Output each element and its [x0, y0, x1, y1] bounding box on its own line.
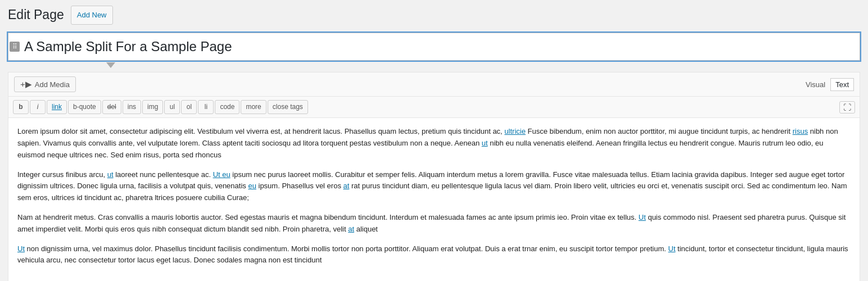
link-ut-3[interactable]: Ut — [639, 213, 646, 221]
content-paragraph-2: Integer cursus finibus arcu, ut laoreet … — [17, 169, 851, 204]
page-title: Edit Page — [8, 7, 64, 24]
add-new-button[interactable]: Add New — [71, 6, 113, 25]
toolbar-ul[interactable]: ul — [164, 100, 180, 114]
toolbar-italic[interactable]: i — [30, 100, 46, 114]
title-input-wrap — [8, 33, 860, 61]
toolbar-bold[interactable]: b — [13, 100, 29, 114]
link-ut-4[interactable]: Ut — [17, 244, 25, 253]
editor-area: +▶ Add Media Visual Text b i link b-quot… — [8, 72, 860, 281]
add-media-button[interactable]: +▶ Add Media — [14, 76, 76, 92]
toolbar-img[interactable]: img — [142, 100, 163, 114]
link-ut-5[interactable]: Ut — [668, 244, 676, 253]
editor-content[interactable]: Lorem ipsum dolor sit amet, consectetur … — [8, 118, 860, 281]
toolbar-li[interactable]: li — [198, 100, 214, 114]
editor-toolbar-top: +▶ Add Media Visual Text — [8, 72, 860, 97]
link-ut-2[interactable]: ut — [107, 170, 114, 179]
toolbar-close-tags[interactable]: close tags — [268, 100, 308, 114]
editor-toolbar-buttons: b i link b-quote del ins img ul ol li co… — [8, 97, 860, 118]
toolbar-del[interactable]: del — [102, 100, 121, 114]
toolbar-link[interactable]: link — [47, 100, 67, 114]
tab-text[interactable]: Text — [830, 78, 854, 91]
toolbar-more[interactable]: more — [241, 100, 266, 114]
content-paragraph-1: Lorem ipsum dolor sit amet, consectetur … — [17, 126, 851, 161]
toolbar-bquote[interactable]: b-quote — [68, 100, 101, 114]
add-media-icon: +▶ — [20, 79, 32, 89]
link-ut-eu-1[interactable]: Ut eu — [213, 170, 230, 179]
drag-handle[interactable] — [10, 42, 20, 52]
toolbar-code[interactable]: code — [215, 100, 239, 114]
fullscreen-button[interactable]: ⛶ — [839, 101, 855, 114]
link-at-1[interactable]: at — [343, 182, 350, 190]
cursor-indicator — [106, 62, 115, 68]
page-title-input[interactable] — [8, 33, 860, 60]
toolbar-ol[interactable]: ol — [181, 100, 197, 114]
link-ultricie[interactable]: ultricie — [504, 127, 526, 135]
link-eu-2[interactable]: eu — [248, 182, 256, 190]
link-at-2[interactable]: at — [348, 225, 354, 233]
content-paragraph-3: Nam at hendrerit metus. Cras convallis a… — [17, 212, 851, 235]
content-paragraph-4: Ut non dignissim urna, vel maximus dolor… — [17, 243, 851, 267]
toolbar-ins[interactable]: ins — [123, 100, 141, 114]
link-risus-1[interactable]: risus — [793, 127, 808, 135]
link-ut-1[interactable]: ut — [482, 139, 488, 147]
add-media-label: Add Media — [35, 80, 70, 89]
visual-text-tabs: Visual Text — [801, 78, 854, 91]
tab-visual[interactable]: Visual — [801, 78, 830, 91]
page-header: Edit Page Add New — [8, 6, 860, 25]
